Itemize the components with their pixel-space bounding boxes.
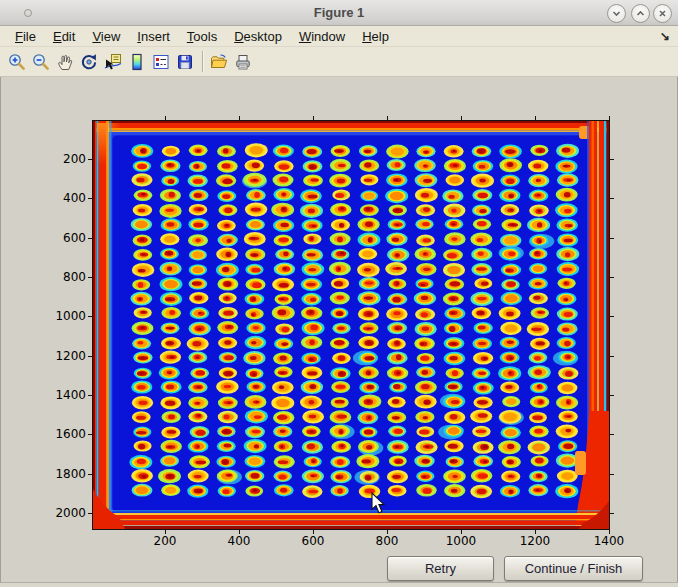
print-icon[interactable] xyxy=(232,51,254,73)
window-title: Figure 1 xyxy=(0,5,678,20)
x-tick-label: 200 xyxy=(140,534,190,548)
y-tick-right xyxy=(610,238,614,239)
menu-insert[interactable]: Insert xyxy=(130,27,177,46)
x-tick-top xyxy=(239,116,240,120)
toolbar-separator xyxy=(202,51,203,72)
x-tick-top xyxy=(165,116,166,120)
x-tick-top xyxy=(609,116,610,120)
y-tick-label: 800 xyxy=(34,270,86,284)
menu-help[interactable]: Help xyxy=(355,27,396,46)
menubar: FileEditViewInsertToolsDesktopWindowHelp… xyxy=(0,26,678,47)
x-tick-label: 1200 xyxy=(510,534,560,548)
y-tick-label: 1000 xyxy=(34,309,86,323)
y-tick-right xyxy=(610,395,614,396)
titlebar[interactable]: Figure 1 xyxy=(0,0,678,26)
x-tick-label: 400 xyxy=(214,534,264,548)
x-tick-top xyxy=(313,116,314,120)
y-tick-label: 200 xyxy=(34,152,86,166)
y-tick-label: 1400 xyxy=(34,388,86,402)
y-tick xyxy=(88,316,92,317)
y-tick-right xyxy=(610,434,614,435)
y-tick-right xyxy=(610,474,614,475)
continue-finish-button[interactable]: Continue / Finish xyxy=(504,556,643,581)
y-tick-label: 1200 xyxy=(34,349,86,363)
zoom-out-icon[interactable] xyxy=(30,51,52,73)
y-tick xyxy=(88,238,92,239)
y-tick-label: 1800 xyxy=(34,467,86,481)
mouse-cursor xyxy=(371,492,387,519)
figure-window: Figure 1 FileEditViewInsertToolsDesktopW… xyxy=(0,0,678,587)
y-tick xyxy=(88,395,92,396)
zoom-in-icon[interactable] xyxy=(6,51,28,73)
window-frame-edge xyxy=(0,582,678,587)
y-tick xyxy=(88,159,92,160)
y-tick xyxy=(88,513,92,514)
x-tick-top xyxy=(461,116,462,120)
chevron-down-icon xyxy=(608,5,625,22)
y-tick xyxy=(88,356,92,357)
retry-button[interactable]: Retry xyxy=(387,556,494,581)
rotate-3d-icon[interactable] xyxy=(78,51,100,73)
open-folder-icon[interactable] xyxy=(208,51,230,73)
menu-edit[interactable]: Edit xyxy=(46,27,82,46)
x-tick-top xyxy=(535,116,536,120)
y-tick xyxy=(88,277,92,278)
maximize-button[interactable] xyxy=(631,4,650,23)
x-tick-label: 1400 xyxy=(584,534,634,548)
x-tick-label: 800 xyxy=(362,534,412,548)
colorbar-icon[interactable] xyxy=(126,51,148,73)
y-tick-right xyxy=(610,513,614,514)
close-icon xyxy=(654,5,671,22)
close-button[interactable] xyxy=(653,4,672,23)
y-tick-label: 1600 xyxy=(34,427,86,441)
y-tick xyxy=(88,434,92,435)
x-tick-label: 1000 xyxy=(436,534,486,548)
menu-file[interactable]: File xyxy=(8,27,43,46)
dock-figure-icon[interactable]: ↘ xyxy=(660,29,670,43)
legend-icon[interactable] xyxy=(150,51,172,73)
y-tick-right xyxy=(610,316,614,317)
chevron-up-icon xyxy=(632,5,649,22)
menu-view[interactable]: View xyxy=(85,27,127,46)
x-tick-top xyxy=(387,116,388,120)
shade-button[interactable] xyxy=(607,4,626,23)
y-tick-right xyxy=(610,277,614,278)
y-tick-right xyxy=(610,356,614,357)
y-tick xyxy=(88,474,92,475)
save-icon[interactable] xyxy=(174,51,196,73)
data-cursor-icon[interactable] xyxy=(102,51,124,73)
menu-desktop[interactable]: Desktop xyxy=(227,27,289,46)
y-tick-label: 400 xyxy=(34,191,86,205)
y-tick-label: 2000 xyxy=(34,506,86,520)
y-tick xyxy=(88,198,92,199)
axes-plot-area[interactable] xyxy=(92,120,610,530)
menu-tools[interactable]: Tools xyxy=(180,27,224,46)
menu-window[interactable]: Window xyxy=(292,27,352,46)
y-tick-right xyxy=(610,159,614,160)
y-tick-right xyxy=(610,198,614,199)
microarray-scan-image xyxy=(93,121,609,529)
figure-toolbar xyxy=(0,47,678,77)
x-tick-label: 600 xyxy=(288,534,338,548)
y-tick-label: 600 xyxy=(34,231,86,245)
pan-hand-icon[interactable] xyxy=(54,51,76,73)
